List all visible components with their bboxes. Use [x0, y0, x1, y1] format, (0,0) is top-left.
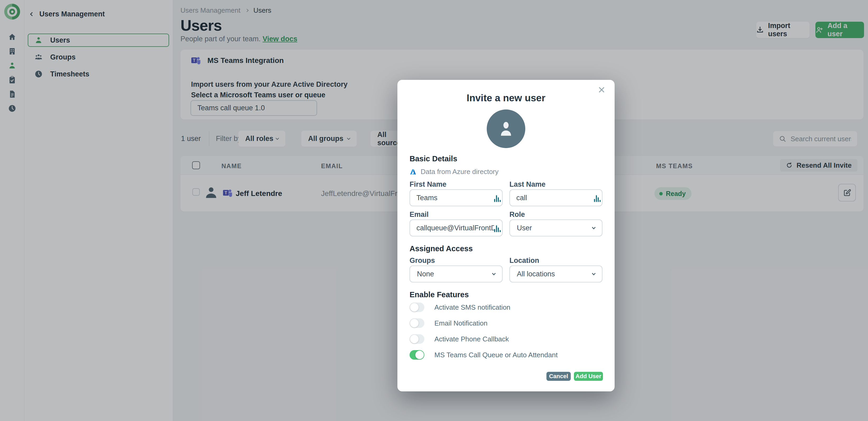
cancel-button[interactable]: Cancel: [547, 372, 571, 381]
invite-user-modal: × Invite a new user Basic Details Data f…: [397, 80, 615, 391]
azure-sync-icon: [594, 194, 601, 202]
azure-note: Data from Azure directory: [409, 168, 499, 176]
location-label: Location: [509, 256, 539, 265]
email-input[interactable]: [409, 220, 502, 236]
first-name-input[interactable]: [409, 189, 502, 206]
feature-row-sms: Activate SMS notification: [409, 303, 510, 312]
last-name-label: Last Name: [509, 180, 546, 189]
azure-icon: [409, 168, 416, 175]
email-notification-toggle[interactable]: [409, 318, 424, 328]
email-label: Email: [409, 210, 429, 219]
azure-sync-icon: [494, 224, 501, 232]
chevron-down-icon: [492, 271, 496, 275]
toggle-label: Activate Phone Callback: [434, 335, 509, 343]
groups-label: Groups: [409, 256, 435, 265]
chevron-down-icon: [592, 271, 596, 275]
feature-row-msteams: MS Teams Call Queue or Auto Attendant: [409, 350, 558, 360]
section-basic-details: Basic Details: [409, 155, 457, 163]
role-label: Role: [509, 210, 525, 219]
new-user-avatar: [487, 110, 525, 148]
toggle-label: Activate SMS notification: [434, 303, 510, 311]
sms-notification-toggle[interactable]: [409, 303, 424, 312]
azure-sync-icon: [494, 194, 501, 202]
toggle-label: Email Notification: [434, 319, 488, 327]
phone-callback-toggle[interactable]: [409, 334, 424, 344]
location-select[interactable]: All locations: [509, 265, 602, 282]
toggle-label: MS Teams Call Queue or Auto Attendant: [434, 351, 558, 359]
feature-row-callback: Activate Phone Callback: [409, 334, 509, 344]
first-name-label: First Name: [409, 180, 446, 189]
section-assigned-access: Assigned Access: [409, 244, 473, 253]
msteams-queue-toggle[interactable]: [409, 350, 424, 360]
section-enable-features: Enable Features: [409, 290, 469, 299]
add-user-button[interactable]: Add User: [574, 372, 603, 381]
chevron-down-icon: [592, 225, 596, 229]
groups-select[interactable]: None: [409, 265, 502, 282]
app-root: Users Management Users Groups Timesheets…: [0, 0, 868, 421]
last-name-input[interactable]: [509, 189, 602, 206]
role-select[interactable]: User: [509, 220, 602, 236]
modal-title: Invite a new user: [397, 92, 615, 104]
feature-row-email: Email Notification: [409, 318, 488, 328]
person-icon: [496, 119, 516, 139]
